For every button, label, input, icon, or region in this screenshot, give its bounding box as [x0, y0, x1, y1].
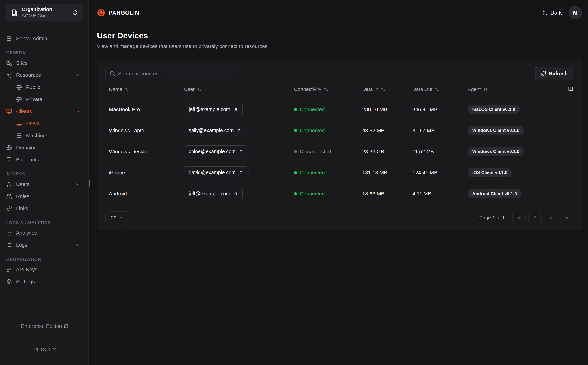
data-in: 181.13 MB: [362, 170, 412, 175]
header-agent[interactable]: Agent: [468, 86, 563, 92]
status-dot: [294, 129, 297, 132]
topbar: PANGOLIN Dark M: [97, 0, 582, 19]
brand-logo[interactable]: PANGOLIN: [97, 9, 139, 17]
user-chip[interactable]: sally@example.com: [184, 124, 246, 137]
receipt-icon: [6, 157, 12, 163]
chevron-up-icon: [75, 73, 80, 77]
user-chip[interactable]: chloe@example.com: [184, 145, 248, 158]
globe-icon: [16, 84, 22, 90]
sort-icon: [197, 87, 201, 92]
first-page-button[interactable]: [512, 211, 526, 224]
columns-icon[interactable]: [568, 86, 573, 92]
sidebar-item-machines[interactable]: Machines: [16, 129, 83, 141]
org-label: Organization: [22, 7, 52, 12]
user-chip[interactable]: jeff@example.com: [184, 103, 243, 116]
sidebar-item-blueprints[interactable]: Blueprints: [6, 154, 83, 166]
sidebar-item-api-keys[interactable]: API Keys: [6, 263, 83, 276]
section-general: GENERAL: [6, 50, 83, 55]
data-out: 11.52 GB: [412, 149, 468, 154]
sort-icon: [125, 87, 129, 92]
arrow-up-right-icon: [237, 128, 241, 133]
table-row: Android jeff@example.com Connected 18.63…: [105, 183, 573, 204]
sidebar-item-roles[interactable]: Roles: [6, 190, 83, 202]
section-access: ACCESS: [6, 172, 83, 176]
key-icon: [6, 267, 12, 273]
arrow-up-right-icon: [233, 191, 238, 196]
server-icon: [16, 133, 22, 139]
version-link[interactable]: v1.13.0: [33, 339, 56, 360]
sidebar-item-logs[interactable]: Logs: [6, 239, 83, 251]
arrow-up-right-icon: [233, 107, 238, 112]
page-size-select[interactable]: 20: [105, 211, 130, 224]
globe-icon: [6, 145, 12, 151]
theme-toggle[interactable]: Dark: [542, 10, 562, 16]
header-data-out[interactable]: Data Out: [412, 86, 468, 92]
arrow-up-right-icon: [239, 149, 243, 154]
data-in: 23.36 GB: [362, 149, 412, 154]
status-badge: Connected: [294, 128, 362, 133]
sidebar-item-clients[interactable]: Clients: [6, 105, 83, 117]
status-dot: [294, 108, 297, 111]
main-content: PANGOLIN Dark M User Devices View and ma…: [89, 0, 588, 365]
sidebar-item-links[interactable]: Links: [6, 202, 83, 214]
sort-icon: [435, 87, 439, 92]
user-chip[interactable]: jeff@example.com: [184, 188, 243, 200]
header-data-in[interactable]: Data In: [362, 86, 412, 92]
chevrons-up-down-icon: [72, 9, 79, 16]
data-out: 4.11 MB: [412, 191, 468, 197]
sidebar-item-sites[interactable]: Sites: [6, 57, 83, 69]
sidebar-item-resources[interactable]: Resources: [6, 69, 83, 81]
chevron-down-icon: [120, 216, 124, 220]
header-name[interactable]: Name: [105, 86, 184, 92]
edition-link[interactable]: Enterprise Edition: [21, 316, 69, 337]
header-connectivity[interactable]: Connectivity: [294, 86, 362, 92]
status-dot: [294, 150, 297, 153]
sidebar-item-analytics[interactable]: Analytics: [6, 227, 83, 239]
sidebar-scrollbar[interactable]: [89, 180, 90, 187]
data-out: 31.67 MB: [412, 128, 468, 133]
sidebar-item-private[interactable]: Private: [16, 93, 83, 105]
chevrons-right-icon: [564, 215, 569, 220]
sidebar-item-users[interactable]: Users: [6, 178, 83, 190]
search-icon: [110, 71, 115, 76]
next-page-button[interactable]: [544, 211, 557, 224]
chart-icon: [6, 230, 12, 236]
chevron-up-icon: [75, 109, 80, 114]
refresh-button[interactable]: Refresh: [535, 67, 573, 80]
list-icon: [6, 242, 12, 248]
moon-icon: [542, 10, 548, 15]
sidebar-item-public[interactable]: Public: [16, 81, 83, 93]
gear-icon: [6, 279, 12, 285]
agent-badge: iOS Client v0.1.0: [468, 168, 512, 177]
globe-lock-icon: [16, 97, 22, 102]
sort-icon: [324, 87, 328, 92]
sidebar-item-client-users[interactable]: Users: [16, 117, 83, 129]
monitor-up-icon: [6, 109, 12, 114]
org-value: ACME Corp.: [22, 13, 52, 19]
chevron-down-icon: [75, 243, 80, 247]
device-name: Android: [105, 191, 184, 197]
header-user[interactable]: User: [184, 86, 294, 92]
users-icon: [6, 194, 12, 199]
section-logs-analytics: LOGS & ANALYTICS: [6, 220, 83, 225]
sidebar-item-server-admin[interactable]: Server Admin: [6, 32, 83, 45]
avatar[interactable]: M: [569, 6, 582, 19]
prev-page-button[interactable]: [528, 211, 542, 224]
status-badge: Connected: [294, 170, 362, 175]
data-in: 43.52 MB: [362, 128, 412, 133]
org-selector[interactable]: Organization ACME Corp.: [6, 4, 83, 21]
table-row: Windows Desktop chloe@example.com Discon…: [105, 141, 573, 162]
chevrons-left-icon: [516, 215, 522, 220]
devices-card: Refresh Name User Connectivity Data In D…: [97, 59, 582, 231]
sidebar-item-settings[interactable]: Settings: [6, 276, 83, 288]
laptop-icon: [16, 121, 22, 126]
status-badge: Disconnected: [294, 149, 362, 154]
device-name: MacBook Pro: [105, 106, 184, 112]
chevron-right-icon: [548, 215, 553, 220]
user-chip[interactable]: david@example.com: [184, 166, 248, 179]
agent-badge: Windows Client v0.1.0: [468, 147, 524, 156]
sidebar-item-domains[interactable]: Domains: [6, 141, 83, 154]
search-input[interactable]: [105, 67, 238, 80]
last-page-button[interactable]: [560, 211, 573, 224]
data-out: 346.91 MB: [412, 106, 468, 112]
